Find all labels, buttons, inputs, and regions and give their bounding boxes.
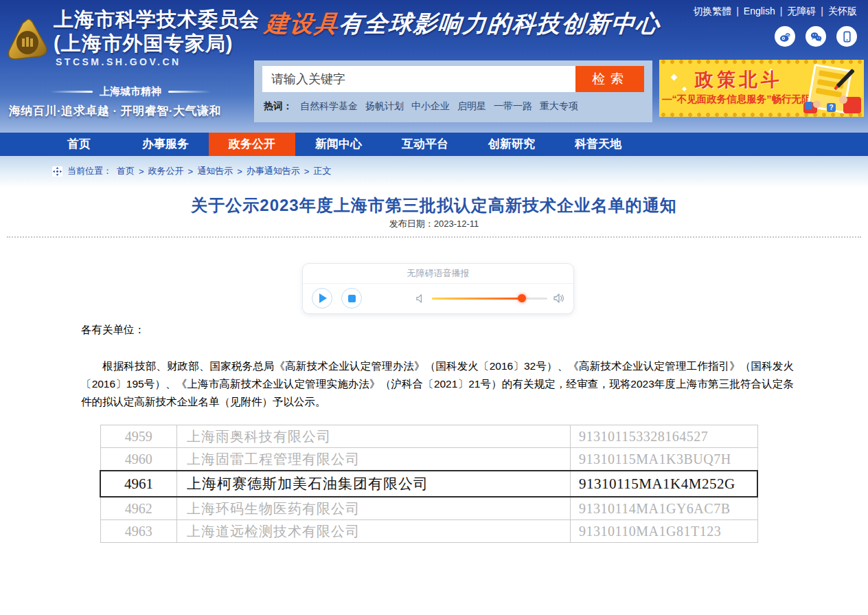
company-number: 4959 [100, 425, 177, 448]
wechat-icon[interactable] [806, 26, 826, 47]
topbar-separator: | [780, 5, 783, 16]
nav-item[interactable]: 互动平台 [382, 133, 468, 156]
page: 上海市科学技术委员会 (上海市外国专家局) STCSM.SH.GOV.CN 上海… [0, 0, 868, 615]
volume-low-icon [415, 293, 426, 304]
article-title: 关于公示2023年度上海市第三批拟认定高新技术企业名单的通知 [0, 194, 868, 216]
question-icon: ? [827, 103, 836, 112]
slogan-rest: 有全球影响力的科技创新中心 [338, 10, 661, 37]
company-name: 上海环码生物医药有限公司 [177, 497, 571, 520]
topbar-link[interactable]: English [744, 5, 775, 16]
sparkle-icon [682, 87, 687, 91]
calligraphy-slogan: 建设具有全球影响力的科技创新中心 [264, 8, 662, 40]
hot-word-link[interactable]: 启明星 [457, 100, 486, 113]
article-date: 发布日期：2023-12-11 [0, 218, 868, 230]
site-header: 上海市科学技术委员会 (上海市外国专家局) STCSM.SH.GOV.CN 上海… [0, 0, 868, 133]
city-spirit-label: 上海城市精神 [0, 85, 261, 98]
table-row[interactable]: 4962上海环码生物医药有限公司91310114MA1GY6AC7B [100, 497, 757, 520]
banner-illustration: ? [803, 64, 861, 113]
audio-player: 无障碍语音播报 [302, 263, 574, 314]
topbar-links: 切换繁體|English|无障碍|关怀版 [693, 5, 857, 18]
breadcrumb-band: 当前位置： 首页>政务公开>通知告示>办事通知告示>正文 [0, 156, 868, 188]
mobile-icon[interactable] [836, 26, 857, 47]
search-row: 检索 [262, 66, 644, 92]
company-number: 4961 [100, 471, 177, 497]
volume-knob[interactable] [518, 294, 526, 302]
hot-word-link[interactable]: 中小企业 [411, 100, 450, 113]
search-panel: 检索 热词： 自然科学基金扬帆计划中小企业启明星一带一路重大专项 [254, 60, 652, 122]
stop-button[interactable] [341, 288, 362, 309]
company-name: 上海柯赛德斯加美石油集团有限公司 [177, 471, 571, 497]
nav-item[interactable]: 创新研究 [468, 133, 555, 156]
banner-title: 政策北斗 [695, 67, 783, 92]
weibo-icon[interactable] [775, 26, 795, 47]
volume-slider[interactable] [432, 298, 547, 300]
table-row[interactable]: 4959上海雨奥科技有限公司913101153328164527 [100, 425, 757, 448]
breadcrumb-item[interactable]: 首页 [117, 165, 135, 177]
site-logo-icon[interactable] [5, 18, 49, 63]
topbar-separator: | [821, 5, 823, 16]
nav-item[interactable]: 办事服务 [122, 133, 209, 156]
hot-word-link[interactable]: 一带一路 [494, 100, 532, 113]
breadcrumb-separator: > [304, 166, 310, 177]
company-code: 91310115MA1K4M252G [571, 471, 758, 497]
sparkle-icon [671, 74, 678, 81]
search-button[interactable]: 检索 [575, 66, 644, 92]
play-button[interactable] [312, 288, 332, 309]
table-row[interactable]: 4963上海道远检测技术有限公司91310110MA1G81T123 [100, 520, 757, 543]
volume-high-icon [553, 293, 564, 304]
breadcrumb-item[interactable]: 正文 [313, 165, 331, 177]
hot-word-list: 自然科学基金扬帆计划中小企业启明星一带一路重大专项 [300, 100, 578, 113]
topbar-separator: | [736, 5, 739, 16]
breadcrumb-separator: > [188, 166, 194, 177]
table-row[interactable]: 4961上海柯赛德斯加美石油集团有限公司91310115MA1K4M252G [100, 471, 757, 497]
play-icon [319, 293, 327, 303]
decor-line-right [168, 91, 211, 93]
company-number: 4963 [100, 520, 177, 543]
nav-item[interactable]: 新闻中心 [295, 133, 382, 156]
audio-player-title: 无障碍语音播报 [303, 264, 573, 284]
company-number: 4962 [100, 497, 177, 520]
stop-icon [348, 295, 356, 302]
breadcrumb-label: 当前位置： [67, 165, 112, 177]
policy-beidou-banner[interactable]: 政策北斗 —“不见面政务信息服务”畅行无阻 ? [659, 60, 864, 117]
company-code: 91310110MA1G81T123 [571, 520, 758, 543]
breadcrumb-item[interactable]: 办事通知告示 [247, 165, 300, 177]
date-value: 2023-12-11 [434, 219, 479, 229]
company-name: 上海固雷工程管理有限公司 [177, 448, 571, 471]
breadcrumb-item[interactable]: 政务公开 [148, 165, 184, 177]
article-paragraph: 根据科技部、财政部、国家税务总局《高新技术企业认定管理办法》（国科发火〔2016… [81, 357, 794, 411]
banner-subtitle: —“不见面政务信息服务”畅行无阻 [662, 93, 812, 106]
table-row[interactable]: 4960上海固雷工程管理有限公司91310115MA1K3BUQ7H [100, 448, 757, 471]
company-name: 上海道远检测技术有限公司 [177, 520, 571, 543]
city-spirit-text: 上海城市精神 [100, 85, 161, 98]
topbar-link[interactable]: 切换繁體 [693, 5, 731, 16]
breadcrumb-items: 首页>政务公开>通知告示>办事通知告示>正文 [117, 165, 331, 177]
org-title: 上海市科学技术委员会 (上海市外国专家局) [54, 8, 260, 56]
hot-words-label: 热词： [264, 100, 293, 113]
company-code: 91310115MA1K3BUQ7H [571, 448, 758, 471]
search-input[interactable] [262, 66, 575, 92]
topbar-link[interactable]: 关怀版 [828, 5, 857, 16]
org-domain: STCSM.SH.GOV.CN [56, 56, 181, 67]
dotted-separator [7, 236, 861, 238]
company-code: 913101153328164527 [571, 425, 758, 448]
main-nav: 首页办事服务政务公开新闻中心互动平台创新研究科普天地 [0, 133, 868, 156]
breadcrumb-separator: > [139, 166, 144, 177]
audio-player-controls [303, 284, 573, 313]
nav-item[interactable]: 科普天地 [555, 133, 641, 156]
breadcrumb-item[interactable]: 通知告示 [197, 165, 233, 177]
date-label: 发布日期： [389, 219, 434, 229]
city-spirit-motto: 海纳百川·追求卓越 · 开明睿智·大气谦和 [9, 103, 259, 119]
hot-words: 热词： 自然科学基金扬帆计划中小企业启明星一带一路重大专项 [264, 100, 578, 113]
company-number: 4960 [100, 448, 177, 471]
nav-item[interactable]: 政务公开 [209, 133, 295, 156]
volume-fill [432, 298, 522, 300]
topbar-link[interactable]: 无障碍 [787, 5, 816, 16]
nav-item[interactable]: 首页 [36, 133, 122, 156]
hot-word-link[interactable]: 自然科学基金 [300, 100, 358, 113]
breadcrumb-separator: > [237, 166, 242, 177]
hot-word-link[interactable]: 重大专项 [540, 100, 578, 113]
position-icon [52, 166, 62, 177]
hot-word-link[interactable]: 扬帆计划 [365, 100, 404, 113]
breadcrumb: 当前位置： 首页>政务公开>通知告示>办事通知告示>正文 [52, 165, 331, 177]
